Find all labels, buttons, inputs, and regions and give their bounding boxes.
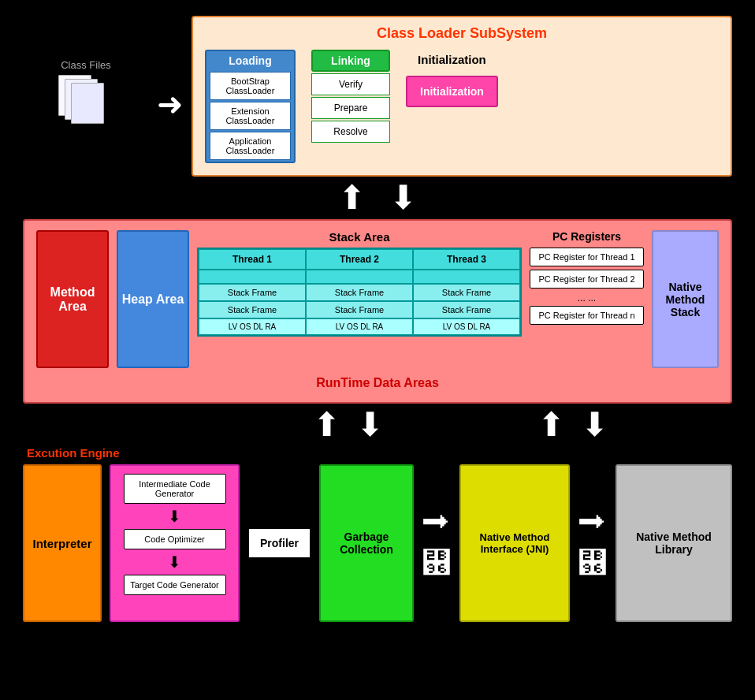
sf-r1c1: Stack Frame	[199, 284, 306, 301]
arrow-right-nmi: ⮕	[578, 508, 608, 538]
linking-item-1: Prepare	[311, 97, 390, 119]
arrow-to-classloader: ➜	[157, 86, 184, 122]
loading-item-0: BootStrap ClassLoader	[210, 72, 291, 100]
stack-area-label: Stack Area	[197, 230, 522, 244]
thread-2: Thread 2	[306, 249, 413, 270]
loading-title: Loading	[206, 51, 294, 70]
profiler-box: Profiler	[247, 527, 311, 559]
sf-r1c2: Stack Frame	[306, 284, 413, 301]
loading-item-2: Application ClassLoader	[210, 132, 291, 160]
jit-compiler: Intermediate Code Generator ⬇ Code Optim…	[110, 464, 240, 622]
interpreter: Interpreter	[23, 464, 102, 622]
execution-engine-section: Excution Engine Interpreter Intermediate…	[23, 446, 732, 622]
lv-r3c3: LV OS DL RA	[413, 318, 520, 335]
lv-r3c2: LV OS DL RA	[306, 318, 413, 335]
arrow-up-classloader: ⬆	[338, 181, 366, 214]
linking-section: Linking Verify Prepare Resolve	[311, 50, 390, 143]
linking-item-0: Verify	[311, 73, 390, 95]
tcg-box: Target Code Generator	[124, 575, 226, 595]
pc-registers-label: PC Registers	[530, 230, 644, 243]
classloader-subsystem: Class Loader SubSystem Loading BootStrap…	[192, 16, 732, 177]
arrow-left-nmi: ⮖	[578, 548, 608, 578]
pc-register-1: PC Register for Thread 1	[530, 248, 644, 266]
arrow-right-gc: ⮕	[422, 508, 452, 538]
lv-r3c1: LV OS DL RA	[199, 318, 306, 335]
init-section: Initialization Initialization	[406, 50, 498, 107]
nmi-nml-arrows: ⮕ ⮖	[578, 464, 608, 622]
native-method-library: Native Method Library	[616, 464, 732, 622]
arrow-down-classloader: ⬇	[389, 181, 417, 214]
loading-box: Loading BootStrap ClassLoader Extension …	[205, 50, 296, 163]
pc-registers-section: PC Registers PC Register for Thread 1 PC…	[530, 230, 644, 368]
linking-box: Linking	[311, 50, 390, 72]
arrow-up-exec-left: ⬆	[313, 408, 340, 441]
native-method-stack: Native Method Stack	[652, 230, 719, 368]
arrow-up-exec-right: ⬆	[537, 408, 565, 441]
pc-dots: ... ...	[530, 292, 644, 303]
sf-r2c2: Stack Frame	[306, 301, 413, 318]
file-icon-1	[71, 83, 104, 124]
method-area: Method Area	[36, 230, 109, 368]
classloader-title: Class Loader SubSystem	[205, 25, 719, 42]
arrow-down-icg: ⬇	[168, 508, 181, 524]
arrow-left-gc: ⮖	[422, 548, 452, 578]
native-method-interface: Native Method Interface (JNI)	[459, 464, 570, 622]
icg-box: Intermediate Code Generator	[124, 474, 226, 504]
sf-r1c3: Stack Frame	[413, 284, 520, 301]
garbage-collection: Garbage Collection	[319, 464, 414, 622]
pc-register-2: PC Register for Thread 2	[530, 270, 644, 289]
loading-item-1: Extension ClassLoader	[210, 102, 291, 130]
sf-r2c1: Stack Frame	[199, 301, 306, 318]
runtime-data-areas: Method Area Heap Area Stack Area Thread …	[23, 219, 732, 404]
init-box: Initialization	[406, 76, 498, 107]
pc-register-n: PC Register for Thread n	[530, 306, 644, 325]
co-box: Code Optimizer	[124, 529, 226, 549]
execution-engine-label: Excution Engine	[27, 446, 732, 460]
heap-area: Heap Area	[117, 230, 189, 368]
arrow-down-co: ⬇	[168, 554, 181, 570]
gc-nmi-arrows: ⮕ ⮖	[422, 464, 452, 622]
linking-item-2: Resolve	[311, 121, 390, 143]
arrow-down-exec-left: ⬇	[356, 408, 384, 441]
stack-area: Stack Area Thread 1 Thread 2 Thread 3	[197, 230, 522, 368]
linking-title: Linking	[313, 51, 389, 70]
thread-1: Thread 1	[199, 249, 306, 270]
thread-3: Thread 3	[413, 249, 520, 270]
class-files-label: Class Files	[61, 59, 111, 71]
runtime-label: RunTime Data Areas	[36, 376, 719, 390]
init-label: Initialization	[418, 53, 486, 66]
arrow-down-exec-right: ⬇	[581, 408, 608, 441]
sf-r2c3: Stack Frame	[413, 301, 520, 318]
